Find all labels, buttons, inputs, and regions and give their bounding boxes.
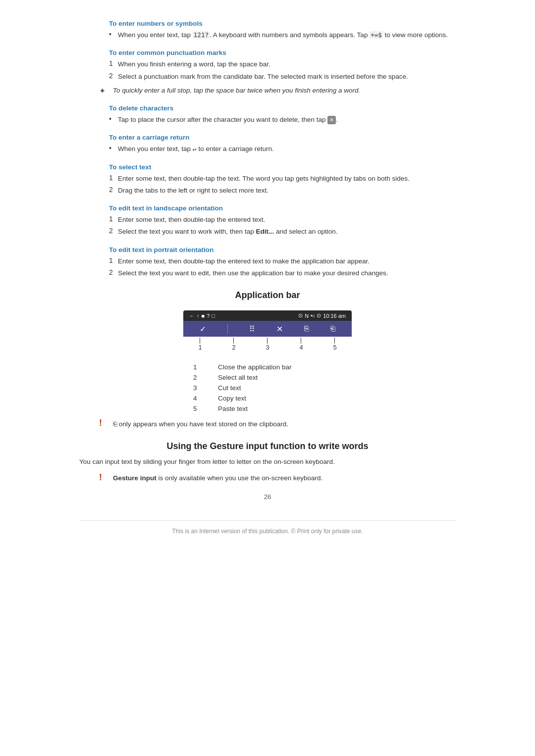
enter-punctuation-section: To enter common punctuation marks 1 When… xyxy=(79,49,456,96)
pointer-2: 2 xyxy=(232,338,235,351)
battery-icon: ⊙ xyxy=(298,312,303,319)
legend-num-2: 2 xyxy=(193,374,208,381)
edit-portrait-item-1: 1 Enter some text, then double-tap the e… xyxy=(109,256,456,266)
legend-row-3: 3 Cut text xyxy=(193,383,342,393)
select-text-item-2: 2 Drag the tabs to the left or right to … xyxy=(109,186,456,196)
tap-code: 121? xyxy=(193,31,210,39)
toolbar-paste-btn[interactable]: ⎗ xyxy=(330,324,335,333)
bullet-dot-del: • xyxy=(109,115,118,125)
legend-desc-4: Copy text xyxy=(218,395,246,402)
paste-icon-inline: ⎗ xyxy=(113,420,117,428)
num-1-land: 1 xyxy=(109,215,118,225)
network-icon: N xyxy=(305,313,309,319)
pointer-line-4 xyxy=(301,338,301,344)
footer: This is an Internet version of this publ… xyxy=(79,520,456,535)
toolbar-sep-1 xyxy=(227,324,228,334)
gesture-input-section: Using the Gesture input function to writ… xyxy=(79,441,456,483)
carriage-return-text: When you enter text, tap ↵ to enter a ca… xyxy=(118,144,274,154)
pointer-line-5 xyxy=(334,338,335,344)
num-1-sel: 1 xyxy=(109,174,118,184)
app-bar-section: Application bar ← ↑ ■ ? □ ⊙ N ▪ᵢₗ ⊙ 10:1… xyxy=(79,290,456,429)
legend-desc-1: Close the application bar xyxy=(218,363,292,371)
gesture-input-body: You can input text by sliding your finge… xyxy=(79,456,456,467)
enter-numbers-bullet: • When you enter text, tap 121?. A keybo… xyxy=(109,30,456,40)
square-icon: □ xyxy=(212,313,215,319)
carriage-return-heading: To enter a carriage return xyxy=(109,134,456,141)
select-text-text-1: Enter some text, then double-tap the tex… xyxy=(118,174,410,184)
pointer-line-2 xyxy=(233,338,234,344)
legend-num-3: 3 xyxy=(193,384,208,392)
select-text-item-1: 1 Enter some text, then double-tap the t… xyxy=(109,174,456,184)
num-2-sel: 2 xyxy=(109,186,118,196)
delete-characters-section: To delete characters • Tap to place the … xyxy=(79,104,456,125)
edit-landscape-text-1: Enter some text, then double-tap the ent… xyxy=(118,215,265,225)
app-bar-title: Application bar xyxy=(79,290,456,301)
edit-portrait-text-2: Select the text you want to edit, then u… xyxy=(118,268,388,278)
edit-portrait-text-1: Enter some text, then double-tap the ent… xyxy=(118,256,370,266)
pointer-line-1 xyxy=(200,338,200,344)
bullet-dot-cr: • xyxy=(109,144,118,154)
select-text-heading: To select text xyxy=(109,163,456,171)
edit-landscape-item-1: 1 Enter some text, then double-tap the e… xyxy=(109,215,456,225)
number-labels-row: 1 2 3 4 5 xyxy=(183,337,352,352)
page: To enter numbers or symbols • When you e… xyxy=(79,0,456,564)
legend-row-2: 2 Select all text xyxy=(193,372,342,383)
delete-key-icon: ✕ xyxy=(327,116,336,124)
label-5: 5 xyxy=(333,344,336,351)
tip-row: ✦ To quickly enter a full stop, tap the … xyxy=(99,86,456,96)
note-exclamation-icon: ! xyxy=(99,418,113,428)
punctuation-text-2: Select a punctuation mark from the candi… xyxy=(118,72,408,82)
enter-punctuation-heading: To enter common punctuation marks xyxy=(109,49,456,56)
gesture-note-row: ! Gesture input is only available when y… xyxy=(99,473,456,483)
num-2-port: 2 xyxy=(109,268,118,278)
tip-text: To quickly enter a full stop, tap the sp… xyxy=(113,86,360,96)
punctuation-text-1: When you finish entering a word, tap the… xyxy=(118,59,270,69)
edit-landscape-item-2: 2 Select the text you want to work with,… xyxy=(109,227,456,237)
num-1-port: 1 xyxy=(109,256,118,266)
toolbar-check-btn[interactable]: ✓ xyxy=(200,324,206,334)
toolbar-cut-btn[interactable]: ✕ xyxy=(276,324,283,334)
phone-status-left: ← ↑ ■ ? □ xyxy=(189,313,215,319)
label-4: 4 xyxy=(299,344,303,351)
legend-desc-2: Select all text xyxy=(218,374,258,381)
num-2-land: 2 xyxy=(109,227,118,237)
toolbar-select-all-btn[interactable]: ⠿ xyxy=(249,324,255,334)
delete-characters-text: Tap to place the cursor after the charac… xyxy=(118,115,338,125)
label-3: 3 xyxy=(266,344,269,351)
legend-num-4: 4 xyxy=(193,395,208,402)
edit-landscape-heading: To edit text in landscape orientation xyxy=(109,204,456,212)
delete-characters-bullet: • Tap to place the cursor after the char… xyxy=(109,115,456,125)
legend-num-1: 1 xyxy=(193,363,208,371)
question-icon: ? xyxy=(207,313,210,319)
edit-landscape-text-2: Select the text you want to work with, t… xyxy=(118,227,338,237)
num-1: 1 xyxy=(109,59,118,69)
carriage-return-bullet: • When you enter text, tap ↵ to enter a … xyxy=(109,144,456,154)
edit-portrait-item-2: 2 Select the text you want to edit, then… xyxy=(109,268,456,278)
legend-num-5: 5 xyxy=(193,405,208,412)
signal-icon: ▪ᵢₗ xyxy=(311,312,315,319)
toolbar-copy-btn[interactable]: ⎘ xyxy=(304,324,309,333)
pointer-3: 3 xyxy=(266,338,269,351)
pointer-1: 1 xyxy=(198,338,202,351)
pointer-5: 5 xyxy=(333,338,336,351)
tap-code2: +=$ xyxy=(370,31,383,39)
gesture-note-icon: ! xyxy=(99,472,113,483)
punctuation-item-2: 2 Select a punctuation mark from the can… xyxy=(109,72,456,82)
wifi-icon: ⊙ xyxy=(317,312,321,319)
enter-numbers-section: To enter numbers or symbols • When you e… xyxy=(79,20,456,40)
legend-desc-5: Paste text xyxy=(218,405,248,412)
legend-row-4: 4 Copy text xyxy=(193,393,342,403)
pointer-line-3 xyxy=(267,338,268,344)
edit-landscape-section: To edit text in landscape orientation 1 … xyxy=(79,204,456,237)
phone-bar-container: ← ↑ ■ ? □ ⊙ N ▪ᵢₗ ⊙ 10:16 am ✓ ⠿ xyxy=(79,310,456,352)
back-arrow-icon: ← xyxy=(189,313,195,319)
page-number: 26 xyxy=(79,493,456,501)
legend-table: 1 Close the application bar 2 Select all… xyxy=(193,362,342,414)
phone-status-right: ⊙ N ▪ᵢₗ ⊙ 10:16 am xyxy=(298,312,346,319)
edit-bold: Edit... xyxy=(256,228,274,235)
num-2: 2 xyxy=(109,72,118,82)
gesture-input-bold: Gesture input xyxy=(113,474,157,482)
app-icon: ■ xyxy=(202,313,205,319)
delete-characters-heading: To delete characters xyxy=(109,104,456,112)
label-1: 1 xyxy=(198,344,202,351)
